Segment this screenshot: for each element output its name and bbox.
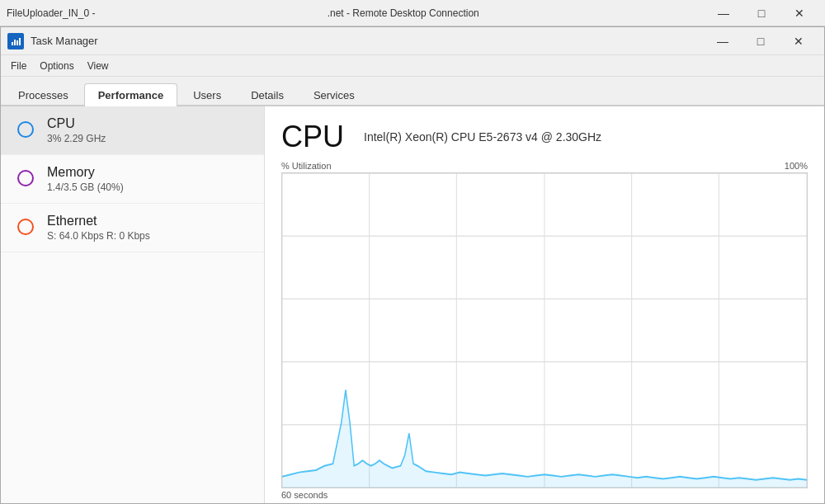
svg-rect-1	[12, 42, 13, 45]
app-title-bar: Task Manager — □ ✕	[1, 27, 824, 55]
ethernet-name: Ethernet	[47, 214, 150, 228]
cpu-detail: 3% 2.29 GHz	[47, 133, 106, 144]
ethernet-detail: S: 64.0 Kbps R: 0 Kbps	[47, 230, 150, 242]
ethernet-icon	[17, 219, 34, 235]
y-axis-label: % Utilization	[281, 161, 332, 171]
rdp-title-center: .net - Remote Desktop Connection	[101, 7, 705, 19]
tab-users[interactable]: Users	[179, 83, 235, 106]
sidebar-item-cpu[interactable]: CPU 3% 2.29 GHz	[1, 106, 264, 155]
chart-top-labels: % Utilization 100%	[281, 161, 808, 171]
svg-rect-2	[14, 40, 16, 45]
task-manager-window: Task Manager — □ ✕ File Options View Pro…	[0, 26, 825, 504]
menu-view[interactable]: View	[81, 59, 116, 73]
rdp-title-app: FileUploader_IN_0 -	[7, 7, 95, 19]
task-manager-icon	[7, 33, 24, 49]
tab-details[interactable]: Details	[237, 83, 298, 106]
ethernet-info: Ethernet S: 64.0 Kbps R: 0 Kbps	[47, 214, 150, 242]
svg-rect-3	[16, 40, 18, 45]
rdp-minimize-button[interactable]: —	[705, 0, 742, 26]
rdp-controls: — □ ✕	[705, 0, 818, 26]
rdp-maximize-button[interactable]: □	[742, 0, 780, 26]
tab-performance[interactable]: Performance	[84, 83, 177, 106]
tab-services[interactable]: Services	[299, 83, 369, 106]
tab-bar: Processes Performance Users Details Serv…	[1, 77, 824, 106]
chart-svg	[282, 173, 807, 488]
app-close-button[interactable]: ✕	[780, 27, 818, 55]
panel-header: CPU Intel(R) Xeon(R) CPU E5-2673 v4 @ 2.…	[281, 120, 808, 154]
menu-options[interactable]: Options	[33, 59, 80, 73]
menu-bar: File Options View	[1, 55, 824, 77]
chart-x-axis-label: 60 seconds	[281, 488, 808, 503]
sidebar: CPU 3% 2.29 GHz Memory 1.4/3.5 GB (40%)	[1, 106, 265, 503]
main-content: CPU 3% 2.29 GHz Memory 1.4/3.5 GB (40%)	[1, 106, 824, 503]
tab-processes[interactable]: Processes	[4, 83, 82, 106]
memory-detail: 1.4/3.5 GB (40%)	[47, 181, 124, 193]
memory-name: Memory	[47, 165, 124, 180]
rdp-close-button[interactable]: ✕	[780, 0, 818, 26]
ethernet-icon-wrap	[14, 215, 37, 238]
app-title-text: Task Manager	[31, 35, 704, 47]
app-title-controls: — □ ✕	[704, 27, 818, 55]
cpu-info: CPU 3% 2.29 GHz	[47, 116, 106, 144]
menu-file[interactable]: File	[4, 59, 33, 73]
memory-info: Memory 1.4/3.5 GB (40%)	[47, 165, 124, 193]
svg-rect-4	[19, 38, 21, 45]
cpu-chart	[281, 172, 808, 488]
panel-subtitle: Intel(R) Xeon(R) CPU E5-2673 v4 @ 2.30GH…	[364, 130, 601, 144]
cpu-icon-wrap	[14, 118, 37, 141]
y-axis-max: 100%	[785, 161, 808, 171]
app-maximize-button[interactable]: □	[742, 27, 780, 55]
sidebar-item-memory[interactable]: Memory 1.4/3.5 GB (40%)	[1, 155, 264, 204]
rdp-title-bar: FileUploader_IN_0 - .net - Remote Deskto…	[0, 0, 825, 26]
cpu-icon	[17, 121, 34, 138]
memory-icon-wrap	[14, 167, 37, 190]
sidebar-item-ethernet[interactable]: Ethernet S: 64.0 Kbps R: 0 Kbps	[1, 204, 264, 252]
app-minimize-button[interactable]: —	[704, 27, 742, 55]
cpu-name: CPU	[47, 116, 106, 131]
cpu-panel: CPU Intel(R) Xeon(R) CPU E5-2673 v4 @ 2.…	[265, 106, 824, 503]
memory-icon	[17, 170, 34, 186]
panel-title: CPU	[281, 120, 344, 154]
